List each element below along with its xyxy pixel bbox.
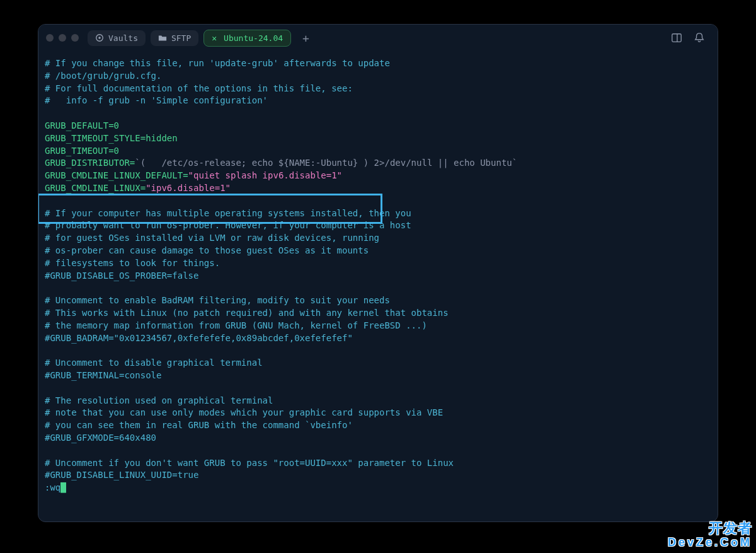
zoom-dot[interactable] <box>71 34 79 42</box>
watermark-line2: DevZe.CoM <box>668 535 752 549</box>
minimize-dot[interactable] <box>59 34 66 42</box>
svg-point-1 <box>98 37 101 39</box>
watermark: 开发者 DevZe.CoM <box>668 521 752 549</box>
cursor: █ <box>60 482 66 492</box>
new-tab-button[interactable]: + <box>296 28 316 48</box>
comment-line: # /boot/grub/grub.cfg. <box>45 71 161 81</box>
vaults-button[interactable]: Vaults <box>88 30 146 46</box>
vaults-label: Vaults <box>108 33 138 43</box>
sftp-button[interactable]: SFTP <box>151 30 198 46</box>
titlebar: Vaults SFTP ✕ Ubuntu-24.04 + <box>38 25 718 51</box>
bell-icon[interactable] <box>694 32 705 44</box>
sftp-label: SFTP <box>171 33 191 43</box>
right-icons <box>671 32 705 44</box>
comment-line: # For full documentation of the options … <box>45 83 353 93</box>
close-tab-icon[interactable]: ✕ <box>212 33 217 43</box>
folder-icon <box>158 33 167 42</box>
terminal-content[interactable]: # If you change this file, run 'update-g… <box>38 57 718 521</box>
terminal-window: Vaults SFTP ✕ Ubuntu-24.04 + # If you ch… <box>38 24 718 522</box>
window-controls <box>46 34 79 42</box>
svg-rect-2 <box>672 34 681 42</box>
close-dot[interactable] <box>46 34 54 42</box>
editor-text: # If you change this file, run 'update-g… <box>45 57 711 494</box>
vi-command[interactable]: :wq <box>45 482 60 492</box>
split-pane-icon[interactable] <box>671 32 682 44</box>
vault-icon <box>95 33 104 42</box>
comment-line: # If you change this file, run 'update-g… <box>45 58 390 68</box>
tab-active[interactable]: ✕ Ubuntu-24.04 <box>203 30 291 47</box>
active-tab-label: Ubuntu-24.04 <box>224 33 283 43</box>
comment-line: # info -f grub -n 'Simple configuration' <box>45 95 268 105</box>
watermark-line1: 开发者 <box>668 521 752 535</box>
